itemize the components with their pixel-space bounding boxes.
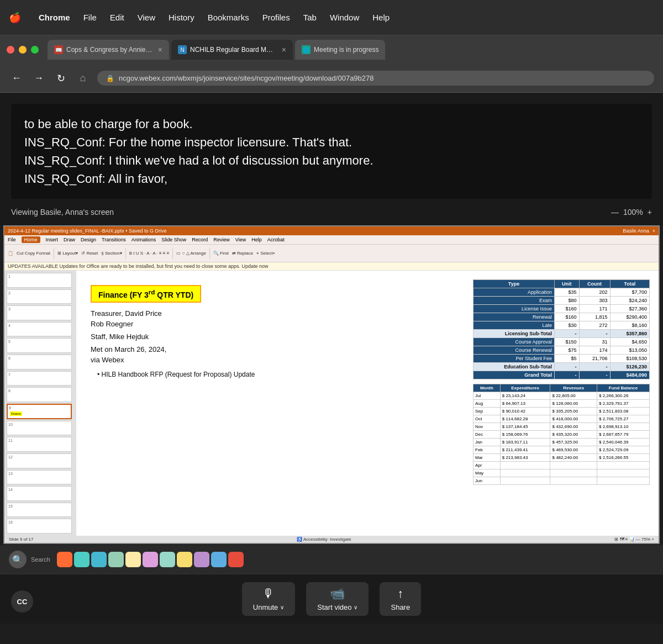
tab-favicon-1: 📖 bbox=[54, 45, 63, 54]
ribbon-replace-icon[interactable]: ⇄ Replace bbox=[232, 251, 254, 256]
ribbon-layout-icon[interactable]: ⊞ Layout▾ bbox=[57, 251, 78, 256]
slide-thumb-12[interactable]: 12 bbox=[7, 453, 72, 468]
menu-profiles[interactable]: Profiles bbox=[262, 13, 290, 22]
slide-thumb-8[interactable]: 8 bbox=[7, 387, 72, 402]
ribbon-reset-icon[interactable]: ↺ Reset bbox=[81, 251, 98, 256]
ribbon-tab-review[interactable]: Review bbox=[213, 237, 230, 242]
close-window-button[interactable] bbox=[7, 46, 14, 54]
dock-icon-4[interactable] bbox=[108, 552, 124, 567]
tab-cops-congress[interactable]: 📖 Cops & Congress by Annie D... × bbox=[48, 40, 169, 60]
share-button[interactable]: ↑ Share bbox=[380, 582, 421, 616]
ribbon-tab-file[interactable]: File bbox=[8, 237, 16, 242]
slide-thumb-11[interactable]: 11 bbox=[7, 437, 72, 452]
dock-icon-7[interactable] bbox=[160, 552, 175, 567]
zoom-plus[interactable]: + bbox=[648, 208, 652, 217]
transcript-line-4: INS_RQ_Conf: All in favor, bbox=[24, 170, 639, 188]
search-taskbar-icon[interactable]: 🔍 bbox=[9, 551, 27, 568]
dock-icon-10[interactable] bbox=[211, 552, 227, 567]
zoom-minus[interactable]: — bbox=[611, 208, 619, 217]
finance-table: Type Unit Count Total Application $35 20… bbox=[473, 279, 650, 379]
slide-thumb-16[interactable]: 16 bbox=[7, 519, 72, 534]
menu-edit[interactable]: Edit bbox=[110, 13, 124, 22]
ribbon-tab-acrobat[interactable]: Acrobat bbox=[267, 237, 285, 242]
slide-thumb-3[interactable]: 3 bbox=[7, 305, 72, 320]
accessibility-btn[interactable]: ♿ Accessibility: Investigate bbox=[297, 537, 351, 542]
ribbon-tab-animations[interactable]: Animations bbox=[131, 237, 156, 242]
ribbon-find-icon[interactable]: 🔍 Find bbox=[213, 251, 229, 256]
menu-view[interactable]: View bbox=[138, 13, 155, 22]
menu-window[interactable]: Window bbox=[330, 13, 359, 22]
menu-chrome[interactable]: Chrome bbox=[39, 13, 70, 22]
slide-count: Slide 9 of 17 bbox=[9, 537, 33, 542]
search-taskbar-label[interactable]: Search bbox=[31, 556, 50, 563]
ribbon-tab-home[interactable]: Home bbox=[22, 236, 40, 243]
menu-help[interactable]: Help bbox=[372, 13, 390, 22]
ft-unit: - bbox=[555, 330, 580, 338]
mt-exp: $ 213,983.43 bbox=[500, 454, 550, 462]
slide-thumb-7[interactable]: 7 bbox=[7, 371, 72, 386]
menu-bookmarks[interactable]: Bookmarks bbox=[208, 13, 249, 22]
slide-thumb-9[interactable]: 9 Finance bbox=[7, 404, 72, 419]
slide-thumb-4[interactable]: 4 bbox=[7, 322, 72, 337]
mt-rev: $ 435,320.00 bbox=[550, 431, 597, 439]
tab-bar: 📖 Cops & Congress by Annie D... × N NCHI… bbox=[0, 35, 663, 64]
tab-nchilb[interactable]: N NCHILB Regular Board Meeti... × bbox=[171, 40, 293, 60]
cc-button[interactable]: CC bbox=[11, 590, 33, 613]
slide-bullets: • HILB Handbook RFP (Request for Proposa… bbox=[91, 371, 459, 378]
dock-icon-8[interactable] bbox=[177, 552, 192, 567]
ribbon-tab-transitions[interactable]: Transitions bbox=[102, 237, 126, 242]
tab-close-1[interactable]: × bbox=[158, 45, 162, 54]
ribbon-tab-record[interactable]: Record bbox=[192, 237, 208, 242]
ft-unit: - bbox=[555, 363, 580, 371]
slide-thumb-15[interactable]: 15 bbox=[7, 503, 72, 518]
dock-icon-9[interactable] bbox=[194, 552, 209, 567]
ppt-close-icon[interactable]: × bbox=[653, 228, 655, 234]
address-input[interactable]: 🔒 ncgov.webex.com/wbxmjs/joinservice/sit… bbox=[97, 71, 654, 86]
dock-icon-6[interactable] bbox=[143, 552, 158, 567]
ribbon-tab-design[interactable]: Design bbox=[81, 237, 96, 242]
slide-thumb-2[interactable]: 2 bbox=[7, 289, 72, 304]
start-video-button[interactable]: 📹 Start video ∨ bbox=[306, 582, 369, 616]
slide-thumb-10[interactable]: 10 bbox=[7, 421, 72, 436]
slide-thumb-6[interactable]: 6 bbox=[7, 355, 72, 369]
slide-thumb-14[interactable]: 14 bbox=[7, 486, 72, 501]
ribbon-section-icon[interactable]: § Section▾ bbox=[101, 251, 122, 256]
tab-close-2[interactable]: × bbox=[282, 45, 286, 54]
tab-meeting[interactable]: 🌐 Meeting is in progress bbox=[295, 40, 385, 60]
ribbon-tab-slideshow[interactable]: Slide Show bbox=[161, 237, 186, 242]
monthly-table: Month Expenditures Revenues Fund Balance… bbox=[473, 384, 650, 485]
ft-type: Late bbox=[473, 321, 555, 330]
menu-history[interactable]: History bbox=[169, 13, 194, 22]
maximize-window-button[interactable] bbox=[31, 46, 39, 54]
slide-thumb-13[interactable]: 13 bbox=[7, 470, 72, 485]
tab-favicon-3: 🌐 bbox=[302, 45, 311, 54]
mt-balance: $ 2,687,657.79 bbox=[597, 431, 649, 439]
forward-button[interactable]: → bbox=[31, 72, 46, 84]
dock-icon-11[interactable] bbox=[228, 552, 244, 567]
ribbon-select-icon[interactable]: ⌖ Select▾ bbox=[256, 251, 274, 256]
back-button[interactable]: ← bbox=[9, 72, 24, 84]
slide-thumb-5[interactable]: 5 bbox=[7, 338, 72, 353]
transcript-line-1: to be able to charge for a book. bbox=[24, 115, 639, 133]
ribbon-tab-draw[interactable]: Draw bbox=[64, 237, 75, 242]
ribbon-tab-view[interactable]: View bbox=[235, 237, 246, 242]
ribbon-paste-icon[interactable]: 📋 bbox=[8, 251, 13, 256]
ft-type: Renewal bbox=[473, 313, 555, 321]
menu-file[interactable]: File bbox=[83, 13, 97, 22]
minimize-window-button[interactable] bbox=[19, 46, 27, 54]
ribbon-tab-help[interactable]: Help bbox=[251, 237, 262, 242]
ribbon-tab-insert[interactable]: Insert bbox=[46, 237, 59, 242]
home-button[interactable]: ⌂ bbox=[75, 72, 91, 84]
unmute-button[interactable]: 🎙 Unmute ∨ bbox=[242, 582, 296, 616]
refresh-button[interactable]: ↻ bbox=[53, 72, 69, 85]
ft-type: Per Student Fee bbox=[473, 355, 555, 363]
dock-icon-5[interactable] bbox=[125, 552, 141, 567]
share-label: Share bbox=[391, 603, 410, 611]
dock-icon-1[interactable] bbox=[57, 552, 72, 567]
dock-icon-2[interactable] bbox=[74, 552, 90, 567]
menu-tab[interactable]: Tab bbox=[303, 13, 317, 22]
dock-icon-3[interactable] bbox=[91, 552, 107, 567]
slide-thumb-1[interactable]: 1 bbox=[7, 273, 72, 288]
apple-logo-icon[interactable]: 🍎 bbox=[9, 12, 21, 24]
slide-treasurer: Treasurer, David Price bbox=[91, 309, 459, 318]
